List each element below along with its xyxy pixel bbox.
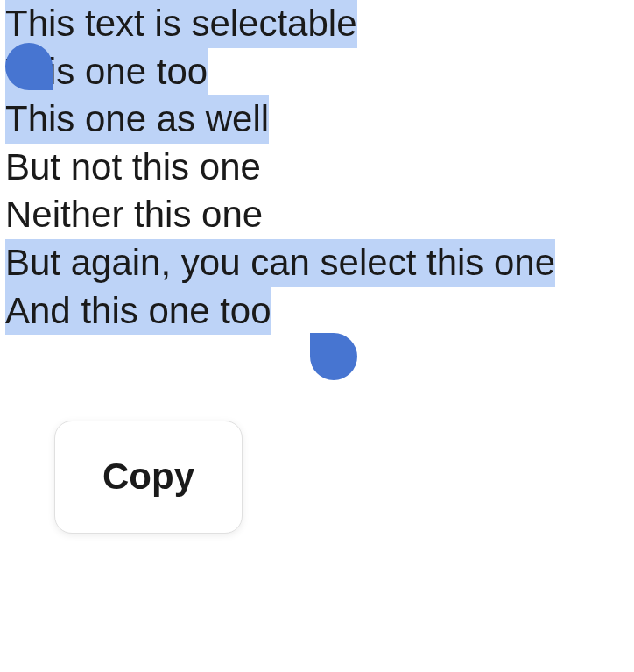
selection-handle-end-icon[interactable] [310,333,357,380]
text-content[interactable]: This text is selectable This one too Thi… [0,0,634,335]
text-line-unselectable[interactable]: But not this one [5,144,261,192]
text-line-selectable[interactable]: But again, you can select this one [5,239,555,287]
selection-handle-start-icon[interactable] [5,43,53,90]
text-line-selectable[interactable]: And this one too [5,287,271,336]
text-line-unselectable[interactable]: Neither this one [5,191,263,239]
text-line-selectable[interactable]: This one as well [5,95,269,144]
context-menu-popup: Copy [54,421,243,534]
copy-button[interactable]: Copy [102,456,194,498]
text-line-selectable[interactable]: This text is selectable [5,0,357,48]
